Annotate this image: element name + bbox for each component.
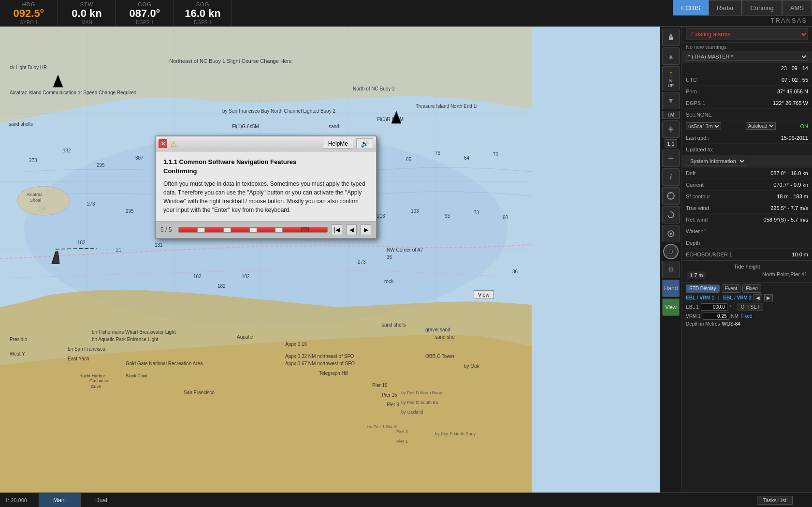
sog-value: 16.0 kn [185,7,221,20]
tab-conning[interactable]: Conning [742,0,782,15]
nav-first-btn[interactable]: |◀ [332,224,342,235]
tide-section: Tide height 1.7 m North Point,Pier 41 [682,260,812,282]
svg-text:sand: sand [329,124,339,129]
map-background: 273 182 295 307 291 273 182 273 152 109 … [0,27,660,492]
dialog-subheading: Confirming [163,167,368,175]
gear-icon-btn[interactable]: ⚙ [662,261,680,278]
chart-dropdown[interactable]: us5ca13m [686,122,721,130]
autoload-dropdown[interactable]: Autoload [746,122,776,130]
svg-text:182: 182 [218,283,226,289]
svg-text:Yacht Harbor: Yacht Harbor [80,373,105,378]
ship-icon-btn[interactable] [662,29,680,46]
top-bar: HDG 092.5° GYRO 1 STW 0.0 kn MAN COG 087… [0,0,812,27]
north-up-indicator: ↑ N UP [662,66,680,90]
depth-metres-label: Depth in Metres [686,321,720,327]
drift-row: Drift 087.0° - 16.0 kn [682,167,812,179]
tab-ecdis[interactable]: ECDIS [673,0,709,15]
svg-text:NW Corner of A7: NW Corner of A7 [387,247,423,253]
tab-ams[interactable]: AMS [782,0,812,15]
progress-dot [275,227,283,232]
main-btn[interactable]: Main [39,493,81,507]
svg-text:Alcatraz Island Communication : Alcatraz Island Communication or Speed C… [10,90,136,95]
event-btn[interactable]: Event [722,284,741,293]
time-value: 07 : 02 : 55 [782,77,808,83]
svg-text:Treasure Island North End Li: Treasure Island North End Li [416,104,477,109]
system-info-dropdown[interactable]: System Information [686,157,746,165]
ratio-button[interactable]: 1:1 [665,139,677,148]
true-wind-row: True wind 225.5° - 7.7 m/s [682,202,812,214]
current-value: 070.7° - 0.9 kn [773,182,808,188]
std-display-btn[interactable]: STD Display [686,284,720,293]
ebl-left-btn[interactable]: ◀ [754,294,762,301]
tm-button[interactable]: TM [662,111,680,119]
ebl1-unit: ° T [729,304,736,310]
cog-label: COG [138,1,151,7]
water-t-label: Water t ° [686,228,707,234]
svg-text:North of NC Buoy 2: North of NC Buoy 2 [353,86,395,91]
rotate-icon-btn[interactable] [662,206,680,224]
progress-dot-active [301,227,309,232]
dialog-help-btn[interactable]: HelpMe [323,139,353,149]
dialog-sound-btn[interactable]: 🔊 [356,138,373,149]
settings-star-btn[interactable] [662,225,680,242]
svg-text:by Pier B North Buoy: by Pier B North Buoy [435,432,476,436]
svg-text:bn Fishermans Wharf Breakwater: bn Fishermans Wharf Breakwater Light [92,329,176,335]
svg-text:Presidio: Presidio [10,337,28,342]
vrm1-input[interactable] [703,313,729,320]
svg-text:OBB C  Tower: OBB C Tower [425,354,455,359]
main-area: 273 182 295 307 291 273 182 273 152 109 … [0,27,812,492]
svg-text:70: 70 [493,152,499,157]
view-button[interactable]: View [474,290,494,299]
offset-btn[interactable]: OFFSET [738,303,763,311]
nav-prev-btn[interactable]: ◀ [346,224,357,235]
svg-text:Cove: Cove [91,384,101,389]
svg-text:Alcatraz: Alcatraz [27,192,43,197]
round-indicator-btn[interactable] [663,244,679,259]
tasks-list-btn[interactable]: Tasks List [757,496,793,505]
cog-display: COG 087.0° DGPS 1 [116,0,174,26]
dialog-heading: 1.1.1 Common Software Navigation Feature… [163,158,368,165]
right-panel: Existing alarms No new warnings * (TRA) … [682,27,812,492]
svg-text:sand she: sand she [435,334,455,340]
dialog-content: 1.1.1 Common Software Navigation Feature… [156,151,376,221]
time-row: UTC 07 : 02 : 55 [682,74,812,86]
dialog-body: Often you must type in data in textboxes… [163,179,368,214]
alarm-dropdown[interactable]: Existing alarms [686,29,808,40]
svg-text:Pier 19: Pier 19 [372,383,388,388]
map-area[interactable]: 273 182 295 307 291 273 182 273 152 109 … [0,27,660,492]
current-row: Current 070.7° - 0.9 kn [682,179,812,191]
current-label: Current [686,182,704,188]
tab-radar[interactable]: Radar [709,0,742,15]
prim-row: Prim 37° 49.056 N [682,86,812,97]
svg-text:93: 93 [445,213,450,219]
scroll-up-btn[interactable]: ▲ [662,47,680,65]
svg-text:182: 182 [193,274,202,279]
hand-mode-btn[interactable]: Hand [662,280,680,297]
zoom-out-btn[interactable]: − [662,149,680,167]
svg-point-104 [670,233,672,235]
svg-text:36: 36 [387,254,392,260]
info-icon-btn[interactable]: i [662,168,680,186]
svg-text:by San Francisco Bay North Cha: by San Francisco Bay North Channel Light… [222,108,335,114]
ebl1-input[interactable] [701,303,727,311]
svg-text:103: 103 [411,209,419,214]
stw-label: STW [80,1,93,7]
svg-text:Gashouse: Gashouse [89,378,109,383]
ebl-right-btn[interactable]: ▶ [764,294,773,301]
north-label: N [669,78,673,83]
dialog-page-info: 5 / 5 [160,226,172,233]
zoom-in-btn[interactable]: + [662,120,680,138]
dual-btn[interactable]: Dual [81,493,122,507]
svg-text:Aquatic: Aquatic [237,334,253,340]
svg-text:Appx 0.22 NM northeast of SFO: Appx 0.22 NM northeast of SFO [285,354,354,359]
fixed-btn[interactable]: Fixed [742,284,761,293]
master-dropdown[interactable]: * (TRA) MASTER * [686,53,808,60]
dialog-close-btn[interactable]: ✕ [159,139,167,148]
depth-metres-row: Depth in Metres WGS-84 [686,321,808,327]
progress-track [178,227,328,233]
nav-next-btn[interactable]: ▶ [361,224,371,235]
scroll-down-btn[interactable]: ▼ [662,92,680,109]
target-icon-btn[interactable] [662,187,680,205]
view-mode-btn[interactable]: View [662,298,680,316]
tide-value: 1.7 m [687,271,706,279]
